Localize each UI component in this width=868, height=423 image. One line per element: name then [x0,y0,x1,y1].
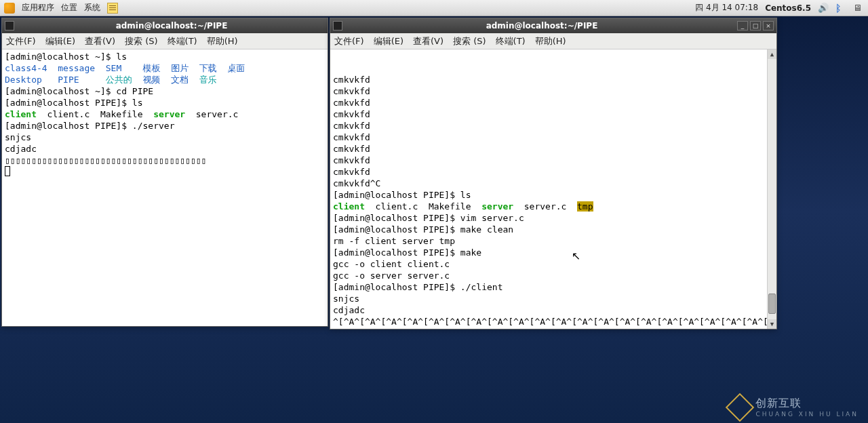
menu-item[interactable]: 文件(F) [334,35,364,47]
menu-item[interactable]: 查看(V) [413,35,443,47]
terminal-line: cmkvkfd^C [333,178,774,189]
terminal-line: [admin@localhost ~]$ ls [5,51,325,62]
scroll-up-icon[interactable]: ▲ [768,49,776,59]
gnome-foot-icon [4,3,15,14]
terminal-body[interactable]: cmkvkfdcmkvkfdcmkvkfdcmkvkfdcmkvkfdcmkvk… [330,49,776,329]
terminal-line: gcc -o server server.c [333,270,774,281]
terminal-line: [admin@localhost PIPE]$ make clean [333,224,774,235]
clock[interactable]: 四 4月 14 07:18 [695,2,758,14]
terminal-line: [admin@localhost PIPE]$ make [333,247,774,258]
terminal-line: cmkvkfd [333,132,774,143]
terminal-icon [333,21,342,31]
menu-places[interactable]: 位置 [61,2,77,14]
watermark-main: 创新互联 [755,397,859,411]
volume-icon[interactable] [818,3,829,14]
terminal-line: cmkvkfd [333,143,774,155]
watermark: 创新互联 CHUANG XIN HU LIAN [730,397,859,418]
menu-item[interactable]: 终端(T) [167,35,197,47]
titlebar[interactable]: admin@localhost:~/PIPE [2,18,328,33]
terminal-icon [5,21,14,31]
notes-launcher-icon[interactable] [107,3,118,14]
menu-item[interactable]: 编辑(E) [45,35,75,47]
terminal-line: [admin@localhost ~]$ cd PIPE [5,85,325,97]
terminal-line: ▯▯▯▯▯▯▯▯▯▯▯▯▯▯▯▯▯▯▯▯▯▯▯▯▯▯▯▯▯▯▯▯▯▯▯▯▯▯ [5,155,325,166]
menu-item[interactable]: 文件(F) [6,35,36,47]
terminal-line: [admin@localhost PIPE]$ ./server [5,120,325,132]
menu-applications[interactable]: 应用程序 [22,2,54,14]
menu-item[interactable]: 编辑(E) [374,35,403,47]
terminal-line: client client.c Makefile server server.c [5,108,325,120]
terminal-line: cmkvkfd [333,85,774,97]
terminal-line: cmkvkfd [333,74,774,85]
terminal-window-right: admin@localhost:~/PIPE _ □ × 文件(F)编辑(E)查… [330,18,777,329]
terminal-line: cmkvkfd [333,166,774,178]
menu-item[interactable]: 查看(V) [85,35,115,47]
scroll-thumb[interactable] [768,294,776,314]
menu-item[interactable]: 搜索 (S) [453,35,486,47]
terminal-line: rm -f client server tmp [333,235,774,247]
terminal-window-left: admin@localhost:~/PIPE 文件(F)编辑(E)查看(V)搜索… [1,18,328,327]
menubar: 文件(F)编辑(E)查看(V)搜索 (S)终端(T)帮助(H) [2,33,328,49]
scroll-down-icon[interactable]: ▼ [768,319,776,329]
bluetooth-icon[interactable] [835,3,846,14]
scrollbar[interactable]: ▲ ▼ [767,49,776,329]
window-title: admin@localhost:~/PIPE [18,21,325,31]
terminal-line: [admin@localhost PIPE]$ ls [5,97,325,108]
menu-item[interactable]: 帮助(H) [535,35,566,47]
minimize-button[interactable]: _ [737,21,748,31]
watermark-logo-icon [726,392,754,421]
terminal-line: gcc -o client client.c [333,258,774,270]
maximize-button[interactable]: □ [750,21,761,31]
terminal-line: cmkvkfd [333,108,774,120]
menu-system[interactable]: 系统 [84,2,100,14]
menu-item[interactable]: 帮助(H) [207,35,238,47]
gnome-panel: 应用程序 位置 系统 四 4月 14 07:18 Centos6.5 [0,0,868,16]
terminal-body[interactable]: [admin@localhost ~]$ lsclass4-4 message … [2,49,328,326]
menu-item[interactable]: 终端(T) [496,35,526,47]
terminal-line: ^[^A^[^A^[^A^[^A^[^A^[^A^[^A^[^A^[^A^[^A… [333,316,774,327]
terminal-line: cmkvkfd [333,120,774,132]
close-button[interactable]: × [763,21,774,31]
menubar: 文件(F)编辑(E)查看(V)搜索 (S)终端(T)帮助(H) [330,33,776,49]
menu-item[interactable]: 搜索 (S) [125,35,158,47]
terminal-line: Desktop PIPE 公共的 视频 文档 音乐 [5,74,325,85]
terminal-line: cdjadc [5,143,325,155]
terminal-line: [admin@localhost PIPE]$ ./client [333,281,774,293]
terminal-cursor [5,166,10,176]
hostname-label: Centos6.5 [765,3,811,13]
watermark-sub: CHUANG XIN HU LIAN [755,411,859,418]
network-icon[interactable] [853,3,864,14]
terminal-line: cdjadc [333,304,774,316]
terminal-line: cmkvkfd [333,97,774,108]
titlebar[interactable]: admin@localhost:~/PIPE _ □ × [330,18,776,33]
terminal-line: snjcs [5,132,325,143]
terminal-line: client client.c Makefile server server.c… [333,201,774,212]
terminal-line: [admin@localhost PIPE]$ vim server.c [333,212,774,224]
window-title: admin@localhost:~/PIPE [347,21,737,31]
terminal-line: class4-4 message SEM 模板 图片 下载 桌面 [5,62,325,74]
terminal-line: [admin@localhost PIPE]$ ls [333,189,774,201]
terminal-line: snjcs [333,293,774,304]
terminal-line: cmkvkfd [333,155,774,166]
